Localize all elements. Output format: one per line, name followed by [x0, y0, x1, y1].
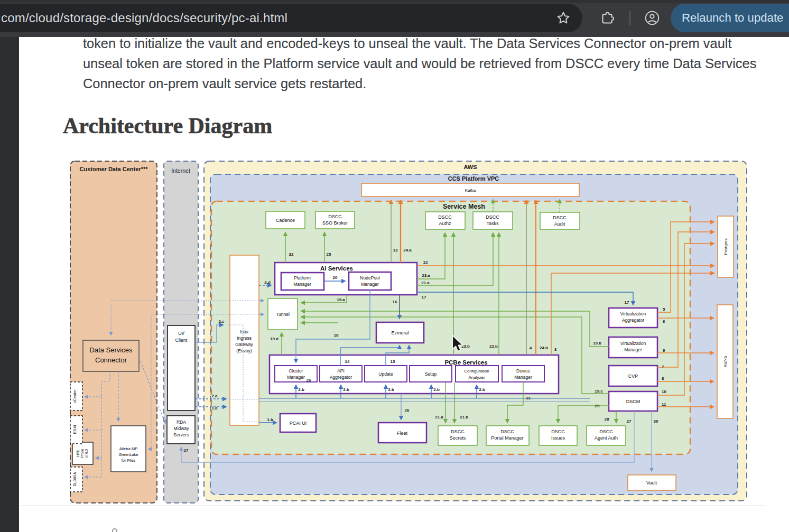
svg-text:27: 27 — [184, 448, 189, 453]
svg-text:21.a: 21.a — [435, 415, 443, 419]
svg-text:Portal Manager: Portal Manager — [491, 435, 524, 441]
svg-text:Prolia: Prolia — [80, 449, 84, 458]
svg-text:10: 10 — [662, 389, 666, 394]
svg-text:Platform: Platform — [294, 275, 311, 281]
svg-text:Device: Device — [516, 368, 530, 374]
svg-text:2.b: 2.b — [343, 387, 349, 392]
svg-text:17: 17 — [625, 300, 629, 305]
svg-text:nt 6.0: nt 6.0 — [85, 449, 88, 458]
svg-text:Virtualization: Virtualization — [620, 311, 646, 316]
svg-text:25: 25 — [327, 252, 331, 257]
svg-text:Agent Auth: Agent Auth — [595, 435, 618, 441]
svg-text:Cluster: Cluster — [289, 368, 303, 374]
svg-text:8: 8 — [662, 376, 664, 381]
svg-text:2.b: 2.b — [388, 387, 394, 392]
svg-text:HPE: HPE — [76, 450, 80, 457]
svg-text:26: 26 — [405, 408, 410, 413]
svg-text:Customer Data Center***: Customer Data Center*** — [80, 166, 148, 172]
svg-text:29: 29 — [595, 404, 600, 408]
svg-text:17: 17 — [422, 295, 426, 300]
svg-text:Analyzer: Analyzer — [468, 375, 485, 380]
svg-text:Istio: Istio — [240, 329, 248, 334]
svg-text:19.b: 19.b — [593, 341, 601, 346]
svg-text:32: 32 — [289, 252, 294, 257]
svg-text:26: 26 — [307, 378, 311, 382]
svg-text:Postgres: Postgres — [723, 238, 728, 255]
svg-text:Service Mesh: Service Mesh — [443, 203, 485, 210]
svg-text:PCBe Services: PCBe Services — [444, 359, 487, 366]
svg-text:GreenLake: GreenLake — [118, 452, 138, 457]
svg-text:Update: Update — [378, 371, 393, 377]
svg-text:30: 30 — [654, 419, 658, 424]
svg-text:Manager: Manager — [361, 282, 379, 287]
svg-text:7: 7 — [662, 365, 664, 369]
svg-text:DSCC: DSCC — [451, 429, 465, 434]
svg-text:20: 20 — [333, 275, 338, 280]
svg-text:Kafka: Kafka — [723, 356, 728, 367]
svg-text:14: 14 — [345, 359, 350, 364]
svg-text:18: 18 — [334, 333, 339, 338]
svg-text:Client: Client — [175, 338, 188, 343]
svg-text:24.b: 24.b — [540, 346, 548, 350]
svg-text:Gateway: Gateway — [235, 342, 253, 347]
svg-text:2.c: 2.c — [218, 319, 225, 324]
svg-text:6: 6 — [663, 319, 665, 324]
svg-text:Manager: Manager — [514, 375, 532, 380]
svg-text:Aggregator: Aggregator — [622, 318, 644, 323]
svg-text:AI Services: AI Services — [320, 265, 353, 272]
svg-text:Servers: Servers — [173, 432, 189, 437]
svg-text:Tasks: Tasks — [486, 221, 499, 226]
svg-text:Manager: Manager — [287, 375, 305, 380]
svg-text:vCenter: vCenter — [72, 389, 77, 403]
svg-text:SSO Broker: SSO Broker — [322, 220, 348, 226]
svg-text:19.a: 19.a — [337, 297, 345, 302]
svg-text:1.b: 1.b — [267, 417, 273, 422]
svg-text:5: 5 — [663, 307, 665, 312]
svg-text:Midway: Midway — [174, 426, 190, 431]
svg-text:Ezmeral: Ezmeral — [391, 330, 409, 335]
svg-text:9: 9 — [663, 348, 665, 353]
svg-text:DL380A: DL380A — [72, 472, 77, 486]
svg-text:Ingress: Ingress — [237, 335, 252, 341]
svg-text:Manager: Manager — [293, 282, 311, 287]
svg-text:23.a: 23.a — [422, 273, 430, 278]
svg-text:Manager: Manager — [624, 347, 642, 352]
svg-text:Vault: Vault — [646, 480, 657, 486]
svg-text:ESXi: ESXi — [72, 425, 77, 434]
svg-text:CVP: CVP — [628, 374, 638, 379]
svg-text:27: 27 — [627, 419, 632, 424]
svg-text:Configuration: Configuration — [464, 369, 489, 374]
svg-text:24.a: 24.a — [403, 248, 412, 253]
svg-text:Alletra MP: Alletra MP — [119, 446, 138, 451]
svg-text:Setup: Setup — [425, 371, 437, 377]
svg-text:CCS Platform VPC: CCS Platform VPC — [448, 175, 499, 182]
svg-text:Aggregator: Aggregator — [330, 375, 352, 380]
svg-text:DSCC: DSCC — [328, 214, 342, 219]
svg-text:DSCC: DSCC — [553, 215, 567, 220]
svg-text:Authz: Authz — [439, 221, 451, 226]
svg-text:13: 13 — [393, 248, 398, 253]
svg-text:2.b: 2.b — [433, 387, 440, 392]
svg-text:22.b: 22.b — [489, 344, 498, 349]
svg-text:12: 12 — [423, 260, 428, 265]
svg-text:21.a: 21.a — [421, 281, 430, 285]
svg-text:DSCC: DSCC — [438, 214, 452, 220]
svg-text:19.d: 19.d — [270, 337, 279, 341]
svg-text:Internet: Internet — [171, 167, 190, 174]
svg-text:2.b: 2.b — [298, 387, 304, 392]
svg-text:Kafka: Kafka — [465, 188, 476, 193]
svg-text:28: 28 — [605, 417, 609, 422]
svg-text:Fleet: Fleet — [397, 431, 408, 436]
svg-text:Data Services: Data Services — [90, 346, 133, 354]
svg-text:NodePool: NodePool — [360, 275, 379, 281]
svg-text:4: 4 — [530, 346, 532, 350]
svg-text:API: API — [337, 368, 345, 374]
svg-text:DSCC: DSCC — [500, 429, 514, 434]
svg-text:15: 15 — [391, 359, 395, 364]
svg-text:19.c: 19.c — [595, 389, 603, 394]
svg-text:DSCC: DSCC — [486, 214, 499, 220]
svg-text:Secrets: Secrets — [450, 435, 466, 441]
svg-text:2.b: 2.b — [479, 387, 485, 392]
svg-text:Virtualization: Virtualization — [620, 341, 646, 346]
svg-text:3: 3 — [554, 347, 557, 352]
